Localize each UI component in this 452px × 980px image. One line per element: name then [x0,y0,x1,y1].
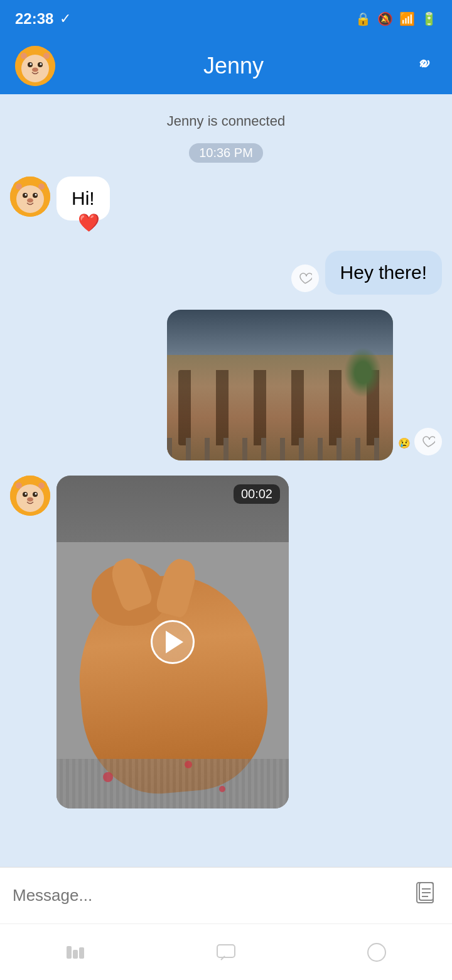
mute-icon: 🔕 [377,11,393,26]
message-row-hey: Hey there! [10,251,442,295]
image-message-row: 😢 [10,310,442,460]
emoji-reaction-img: 😢 [398,437,411,449]
svg-point-19 [25,194,27,196]
chat-area: Jenny is connected 10:36 PM Hi! [0,94,452,867]
play-triangle-icon [166,631,183,653]
svg-rect-41 [217,945,235,957]
nav-item-chat[interactable] [215,941,237,964]
status-right: 🔒 🔕 📶 🔋 [355,11,437,26]
video-message-row: 00:02 [10,476,442,808]
like-button-hey[interactable] [291,264,319,292]
sender-avatar-video [10,476,50,516]
svg-rect-39 [73,950,78,959]
status-time: 22:38 [15,10,53,28]
reaction-heart-hi: ❤️ [78,212,100,233]
status-bar: 22:38 ✓ 🔒 🔕 📶 🔋 [0,0,452,38]
svg-point-8 [30,63,32,65]
nav-item-bars[interactable] [64,941,87,964]
message-input[interactable] [13,886,407,905]
time-badge-wrapper: 10:36 PM [10,139,442,166]
status-left: 22:38 ✓ [15,10,71,28]
calendar-check-icon: ✓ [60,11,71,27]
message-text-hey: Hey there! [340,262,427,283]
svg-rect-38 [67,946,72,959]
nav-item-more[interactable] [365,941,388,964]
video-bubble[interactable]: 00:02 [56,476,289,808]
like-button-image[interactable] [414,428,442,455]
time-badge: 10:36 PM [189,143,263,163]
bubble-hey: Hey there! [325,251,442,295]
play-button[interactable] [151,620,195,664]
svg-point-32 [27,498,33,502]
sender-avatar-hi [10,177,50,217]
message-row-hi: Hi! ❤️ [10,177,442,236]
message-text-hi: Hi! [72,188,95,209]
lock-icon: 🔒 [355,11,371,26]
app-bar: Jenny [0,38,452,94]
sticker-button[interactable] [414,880,439,911]
svg-point-31 [35,493,37,495]
svg-point-42 [368,944,385,961]
connection-status: Jenny is connected [10,113,442,129]
image-reactions: 😢 [398,428,442,458]
svg-rect-40 [79,947,84,959]
image-bubble[interactable] [167,310,393,460]
signal-icon: 📶 [399,11,415,26]
svg-point-9 [40,63,42,65]
bottom-nav [0,923,452,980]
svg-point-10 [32,68,38,72]
link-icon-button[interactable] [412,51,437,82]
chat-title: Jenny [55,53,412,79]
svg-rect-34 [419,883,433,900]
contact-avatar[interactable] [15,46,55,86]
svg-point-20 [35,194,37,196]
svg-point-30 [25,493,27,495]
input-bar [0,867,452,923]
landscape-image [167,310,393,460]
svg-point-21 [27,199,33,203]
battery-icon: 🔋 [421,11,437,26]
video-duration: 00:02 [234,484,280,504]
